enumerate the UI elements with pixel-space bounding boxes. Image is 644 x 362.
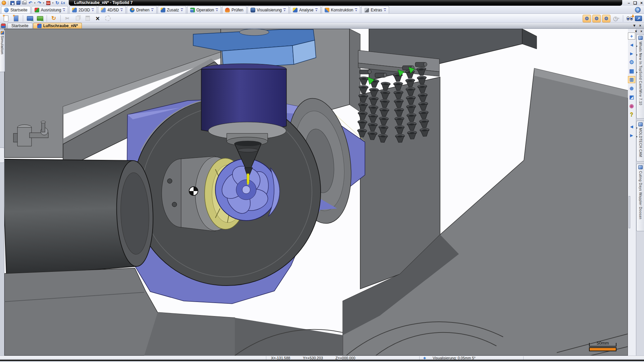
undo-dropdown-icon[interactable]: ▾ (34, 2, 36, 4)
new-document-button[interactable]: ＊ (2, 14, 10, 22)
history-button[interactable]: ◷▾ (612, 14, 621, 22)
chevron-down-icon[interactable]: ▼ (151, 8, 154, 12)
chevron-down-icon[interactable]: ▼ (216, 8, 218, 12)
chevron-down-icon[interactable]: ▼ (283, 8, 286, 12)
ribbon-tab-label: 4D/5D (107, 8, 119, 12)
topsolid-logo-icon[interactable] (2, 1, 6, 5)
chevron-down-icon[interactable]: ▼ (63, 8, 65, 12)
history-dropdown-icon[interactable]: ▾ (618, 17, 620, 20)
minimize-button[interactable]: – (628, 1, 630, 5)
sync-icon[interactable]: ↻ (55, 1, 59, 5)
ribbon-tab-drehen[interactable]: Drehen▼ (127, 6, 156, 13)
close-view-icon[interactable]: × (640, 29, 642, 33)
title-bar[interactable]: ↶ ▾ ↷ ▾ Ls ▾ ↻ Ls Luftschraube_nN* - Top… (0, 0, 644, 6)
ribbon-tab-ausruestung[interactable]: Ausrüstung▼ (32, 6, 68, 13)
paste-button[interactable] (83, 14, 92, 22)
fullscreen-icon[interactable]: ↗ (635, 16, 642, 21)
status-bar: X=-131.588 Y=+530.203 Z=+000.000 ◆ Visua… (0, 356, 644, 360)
simulation-forward-icon[interactable]: ►▾ (628, 50, 635, 57)
ribbon-tab-analyse[interactable]: Analyse▼ (290, 6, 321, 13)
flame-icon (632, 14, 634, 17)
tab-list-icon[interactable]: ▼ (633, 23, 636, 28)
zoom-window-icon[interactable]: ⊞ (628, 76, 635, 83)
topsolid-window: ↶ ▾ ↷ ▾ Ls ▾ ↻ Ls Luftschraube_nN* - Top… (0, 0, 644, 362)
simulation-back-icon[interactable]: ◄▾ (628, 41, 635, 48)
chevron-down-icon[interactable]: ▼ (315, 8, 318, 12)
close-document-icon[interactable]: × (639, 23, 641, 28)
ribbon-tab-konstruktion[interactable]: Konstruktion▼ (322, 6, 361, 13)
import-document-icon: → (37, 16, 43, 21)
link-documents-button[interactable]: ⚙ (583, 15, 591, 22)
new-part-button[interactable]: ＊ (12, 14, 20, 22)
view-toolbar: + ◄▾ ►▾ ⚙ ▦▾ ⊞ ⊕ ◩ ◉ ? ◄▾ ►▾ (628, 33, 635, 139)
chevron-down-icon[interactable]: ▼ (92, 8, 94, 12)
panel-tab-moldtech[interactable]: MOLDTECH CAM (636, 121, 644, 162)
refresh-button[interactable]: ↻ (49, 14, 58, 22)
machine-simulation-viewport[interactable] (4, 29, 628, 356)
context-help-icon[interactable]: ? (628, 111, 635, 118)
ribbon-tab-zusatz[interactable]: Zusatz▼ (158, 6, 186, 13)
macro-dropdown-icon[interactable]: ▾ (52, 2, 54, 4)
viewport-layout-icon[interactable]: ▦▾ (628, 67, 635, 74)
ribbon-tab-4d5d[interactable]: 4D/5D▼ (98, 6, 126, 13)
icon-4d5d (101, 8, 106, 12)
save-icon[interactable] (10, 1, 14, 5)
save-copy-icon[interactable] (16, 1, 20, 5)
delete-button[interactable]: × (93, 14, 102, 22)
chevron-down-icon[interactable]: ▾ (636, 135, 637, 138)
chevron-down-icon[interactable]: ▾ (636, 127, 637, 129)
zoom-all-icon[interactable]: ◩ (628, 94, 635, 101)
render-mode-icon[interactable]: ◉ (628, 102, 635, 109)
close-button[interactable]: × (640, 1, 643, 5)
macro-icon[interactable]: Ls (46, 1, 50, 5)
print-icon[interactable] (22, 1, 26, 4)
panel-tab-cutting-days[interactable]: Cuting Days Wappler Doosan (636, 164, 644, 231)
separator (60, 15, 61, 22)
copy-button[interactable] (73, 14, 82, 22)
milling-tool (247, 174, 249, 185)
machine-gears-icon[interactable]: ⚙ (628, 59, 635, 66)
toolpath-step-icon[interactable]: ►▾ (628, 132, 635, 139)
cad-trace-button[interactable] (103, 14, 112, 22)
toolpath-back-icon[interactable]: ◄▾ (628, 123, 635, 130)
update-links-button[interactable]: ⚙ (592, 15, 601, 22)
machine-simulation-canvas (4, 29, 628, 356)
check-links-button[interactable]: ⚙ (602, 15, 610, 22)
chevron-down-icon[interactable]: ▼ (181, 8, 183, 12)
ribbon-tab-pruefen[interactable]: Prüfen (222, 6, 246, 13)
ribbon-tab-operation[interactable]: Operation▼ (187, 6, 221, 13)
redo-dropdown-icon[interactable]: ▾ (43, 2, 44, 4)
zoom-icon[interactable]: ⊕ (628, 85, 635, 92)
chevron-down-icon[interactable]: ▾ (636, 71, 637, 73)
window-list-icon[interactable]: ▼ (634, 29, 638, 33)
ribbon-tab-label: Drehen (136, 8, 149, 12)
open-document-button[interactable]: → (25, 14, 34, 22)
viewport-scrollbar[interactable] (629, 196, 630, 228)
panel-collapse-handle[interactable] (0, 147, 4, 163)
undo-icon[interactable]: ↶ (29, 1, 32, 5)
chevron-down-icon[interactable]: ▼ (384, 8, 386, 12)
chevron-down-icon[interactable]: ▼ (355, 8, 357, 12)
ribbon-tab-2d3d[interactable]: 2D/3D▼ (69, 6, 97, 13)
restore-button[interactable]: ❏ (633, 1, 637, 5)
help-icon[interactable]: ? (635, 7, 641, 13)
redo-icon[interactable]: ↷ (37, 1, 41, 5)
ribbon-tab-startseite[interactable]: Startseite (1, 6, 31, 13)
chevron-down-icon[interactable]: ▾ (636, 54, 637, 56)
chevron-down-icon[interactable]: ▾ (636, 45, 637, 47)
watch-mode-icon[interactable] (626, 15, 634, 21)
topsolid-cam-icon[interactable]: Ls (61, 1, 65, 5)
ribbon-tab-extras[interactable]: Extras▼ (361, 6, 389, 13)
doc-tab-startseite[interactable]: Startseite (7, 23, 33, 28)
doc-tab-luftschraube[interactable]: Luftschraube_nN* (33, 23, 82, 28)
ribbon-tab-label: Visualisierung (257, 8, 282, 12)
cut-button[interactable]: ✂ (63, 14, 72, 22)
document-tab-strip: Startseite Luftschraube_nN* (0, 23, 644, 29)
panel-tab-whats-new[interactable]: Whats New In TopSolid Cam/Wire 7.10 (636, 34, 644, 119)
panel-tab-simulation[interactable]: Simulation (0, 30, 5, 72)
app-document-icon[interactable] (1, 23, 6, 28)
import-document-button[interactable]: → (36, 14, 44, 22)
ribbon-tab-visualisierung[interactable]: Visualisierung▼ (248, 6, 289, 13)
chevron-down-icon[interactable]: ▼ (120, 8, 123, 12)
pan-icon[interactable]: + (628, 33, 635, 40)
